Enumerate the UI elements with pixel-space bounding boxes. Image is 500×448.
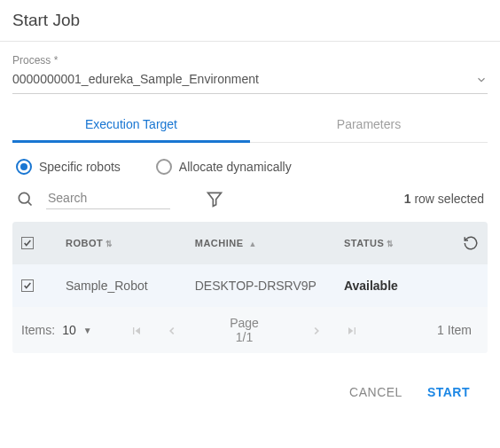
cancel-button[interactable]: CANCEL (349, 385, 402, 399)
filter-icon[interactable] (206, 190, 223, 208)
total-items: 1 Item (370, 323, 479, 337)
process-value: 0000000001_edureka_Sample_Environment (12, 72, 475, 86)
chevron-down-icon (475, 72, 488, 86)
process-dropdown[interactable]: 0000000001_edureka_Sample_Environment (12, 68, 488, 94)
table-header: ROBOT⇅ MACHINE ▲ STATUS⇅ (12, 222, 488, 264)
col-machine[interactable]: MACHINE ▲ (195, 238, 344, 248)
pagination: Items: 10 ▼ Page 1/1 1 Item (12, 307, 488, 353)
first-page-icon[interactable] (119, 323, 154, 338)
radio-specific-robots[interactable]: Specific robots (16, 159, 121, 175)
cell-robot: Sample_Robot (66, 279, 195, 293)
refresh-icon[interactable] (463, 235, 479, 251)
selection-label: row selected (411, 192, 484, 206)
cell-status: Available (344, 279, 443, 293)
items-per-page[interactable]: Items: 10 ▼ (21, 323, 119, 337)
dialog-title: Start Job (12, 9, 488, 41)
sort-asc-icon: ▲ (246, 240, 257, 248)
tab-execution-target[interactable]: Execution Target (12, 108, 250, 143)
search-input[interactable] (46, 187, 170, 209)
last-page-icon[interactable] (334, 323, 370, 338)
col-status[interactable]: STATUS⇅ (344, 238, 443, 248)
radio-allocate-dynamically[interactable]: Allocate dynamically (156, 159, 292, 175)
tab-parameters[interactable]: Parameters (250, 108, 488, 142)
sort-icon: ⇅ (387, 240, 395, 248)
divider (0, 41, 500, 42)
svg-line-1 (28, 202, 32, 206)
row-checkbox[interactable] (21, 279, 34, 292)
process-label: Process * (12, 51, 488, 68)
radio-specific-label: Specific robots (39, 160, 121, 174)
caret-down-icon: ▼ (83, 326, 92, 335)
sort-icon: ⇅ (105, 240, 113, 248)
table-row[interactable]: Sample_Robot DESKTOP-DRSRV9P Available (12, 264, 488, 307)
search-icon[interactable] (16, 190, 46, 208)
prev-page-icon[interactable] (154, 323, 190, 337)
svg-marker-2 (208, 193, 222, 206)
col-robot[interactable]: ROBOT⇅ (66, 238, 195, 248)
next-page-icon[interactable] (299, 323, 334, 337)
svg-point-0 (19, 193, 29, 203)
robots-table: ROBOT⇅ MACHINE ▲ STATUS⇅ Sample_Robot DE… (12, 222, 488, 353)
page-indicator: Page 1/1 (190, 316, 299, 346)
select-all-checkbox[interactable] (21, 237, 34, 249)
selection-info: 1 row selected (404, 192, 484, 206)
radio-selected-icon (16, 159, 32, 175)
tabs: Execution Target Parameters (12, 108, 488, 143)
start-button[interactable]: START (427, 385, 470, 399)
radio-dynamic-label: Allocate dynamically (179, 160, 292, 174)
radio-unselected-icon (156, 159, 172, 175)
cell-machine: DESKTOP-DRSRV9P (195, 279, 344, 293)
selection-count: 1 (404, 192, 411, 206)
dialog-actions: CANCEL START (12, 353, 488, 399)
